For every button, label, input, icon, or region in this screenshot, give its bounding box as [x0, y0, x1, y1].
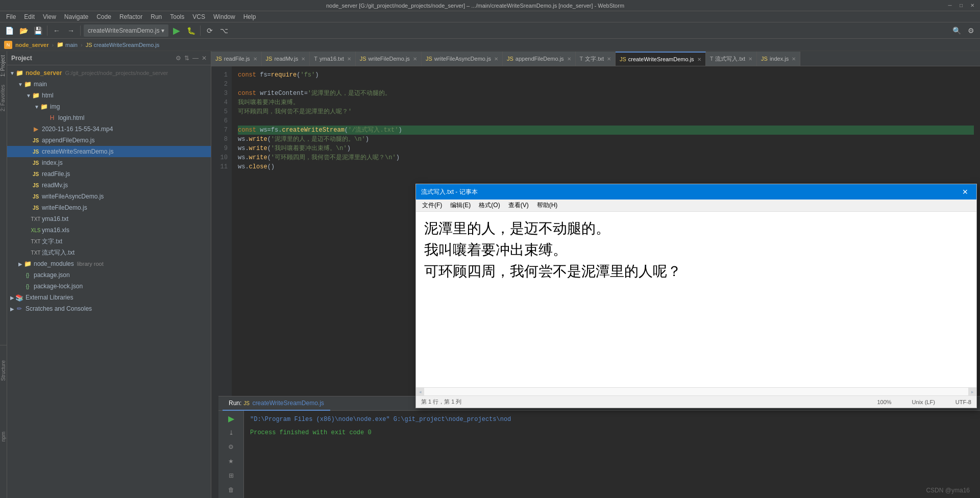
- settings-button[interactable]: ⚙: [965, 24, 977, 37]
- scroll-left-button[interactable]: ◂: [416, 388, 424, 396]
- tree-item-external-libs[interactable]: ▶ 📚 External Libraries: [7, 292, 211, 303]
- tree-item-html[interactable]: ▼ 📁 html: [7, 90, 211, 101]
- menu-refactor[interactable]: Refactor: [115, 12, 146, 21]
- np-menu-format[interactable]: 格式(O): [476, 200, 503, 211]
- back-button[interactable]: ←: [51, 24, 63, 37]
- tree-item-video[interactable]: ▶ ▶ 2020-11-16 15-55-34.mp4: [7, 123, 211, 135]
- run-tab[interactable]: Run: JS createWriteSreamDemo.js: [223, 396, 330, 411]
- tab-close[interactable]: ✕: [792, 56, 796, 62]
- path-file: JS createWriteSreamDemo.js: [86, 42, 160, 48]
- np-menu-file[interactable]: 文件(F): [419, 200, 445, 211]
- menu-help[interactable]: Help: [239, 12, 260, 21]
- tree-item-packagelock[interactable]: ▶ {} package-lock.json: [7, 281, 211, 292]
- run-config-selector[interactable]: createWriteSreamDemo.js ▾: [84, 24, 168, 37]
- run-star-button[interactable]: ★: [226, 456, 237, 467]
- tab-wenzi[interactable]: T 文字.txt ✕: [576, 52, 616, 66]
- project-panel-tab[interactable]: 1: Project: [0, 51, 7, 81]
- menu-file[interactable]: File: [2, 12, 20, 21]
- run-settings-button[interactable]: ⚙: [226, 441, 237, 453]
- tab-liushi[interactable]: T 流式写入.txt ✕: [706, 52, 757, 66]
- run-scroll-button[interactable]: ⤓: [226, 427, 237, 438]
- notepad-hscrollbar[interactable]: ◂ ▸: [416, 387, 976, 395]
- tab-appendfiledemo[interactable]: JS appendFileDemo.js ✕: [503, 52, 576, 66]
- run-layout-button[interactable]: ⊞: [226, 470, 237, 481]
- tab-close[interactable]: ✕: [253, 56, 257, 62]
- np-menu-edit[interactable]: 编辑(E): [447, 200, 474, 211]
- close-button[interactable]: ✕: [969, 2, 976, 9]
- tab-icon: JS: [215, 56, 222, 62]
- tree-label: index.js: [42, 159, 63, 166]
- menu-run[interactable]: Run: [146, 12, 166, 21]
- tree-item-index[interactable]: ▶ JS index.js: [7, 157, 211, 168]
- menu-vcs[interactable]: VCS: [188, 12, 209, 21]
- tree-item-readfile[interactable]: ▶ JS readFile.js: [7, 168, 211, 180]
- tree-item-createwritestream[interactable]: ▶ JS createWriteSreamDemo.js: [7, 146, 211, 157]
- js-file-icon: JS: [32, 147, 40, 156]
- tab-readmv[interactable]: JS readMv.js ✕: [262, 52, 310, 66]
- debug-button[interactable]: 🐛: [185, 24, 197, 37]
- menu-edit[interactable]: Edit: [20, 12, 39, 21]
- tab-yma16[interactable]: T yma16.txt ✕: [310, 52, 355, 66]
- tab-close[interactable]: ✕: [697, 57, 701, 62]
- run-play-button[interactable]: ▶: [226, 413, 237, 424]
- tree-item-img[interactable]: ▼ 📁 img: [7, 101, 211, 112]
- new-file-button[interactable]: 📄: [3, 24, 15, 37]
- run-button[interactable]: ▶: [170, 24, 183, 37]
- menu-view[interactable]: View: [39, 12, 60, 21]
- git-button[interactable]: ⌥: [218, 24, 230, 37]
- menu-window[interactable]: Window: [209, 12, 239, 21]
- search-everywhere-button[interactable]: 🔍: [950, 24, 963, 37]
- tab-createwritestream[interactable]: JS createWriteSreamDemo.js ✕: [616, 52, 706, 66]
- np-menu-help[interactable]: 帮助(H): [534, 200, 561, 211]
- notepad-content[interactable]: 泥潭里的人，是迈不动腿的。 我叫嚷着要冲出束缚。 可环顾四周，我何尝不是泥潭里的…: [416, 212, 976, 387]
- favorites-panel-tab[interactable]: 2: Favorites: [0, 81, 7, 115]
- run-trash-button[interactable]: 🗑: [226, 484, 237, 495]
- project-collapse-icon[interactable]: —: [192, 55, 199, 62]
- project-settings-icon[interactable]: ⚙: [176, 55, 181, 62]
- tab-close[interactable]: ✕: [607, 56, 611, 62]
- project-close-icon[interactable]: ✕: [202, 55, 207, 62]
- vcs-button[interactable]: ⟳: [204, 24, 216, 37]
- menu-code[interactable]: Code: [92, 12, 115, 21]
- tab-close[interactable]: ✕: [301, 56, 305, 62]
- tree-item-main[interactable]: ▼ 📁 main: [7, 79, 211, 90]
- tree-item-login-html[interactable]: ▶ H login.html: [7, 112, 211, 123]
- tree-label: html: [42, 92, 54, 99]
- tab-close[interactable]: ✕: [347, 56, 351, 62]
- tree-item-node-modules[interactable]: ▶ 📁 node_modules library root: [7, 258, 211, 269]
- tab-readfile[interactable]: JS readFile.js ✕: [211, 52, 262, 66]
- tree-item-readmv[interactable]: ▶ JS readMv.js: [7, 180, 211, 191]
- txt-file-icon: TXT: [32, 248, 40, 257]
- notepad-close-button[interactable]: ✕: [959, 187, 971, 197]
- tab-writefileasync[interactable]: JS writeFileAsyncDemo.js ✕: [422, 52, 503, 66]
- tree-item-scratches[interactable]: ▶ ✏ Scratches and Consoles: [7, 303, 211, 314]
- tab-close[interactable]: ✕: [494, 56, 498, 62]
- npm-panel-tab[interactable]: npm: [0, 427, 7, 447]
- structure-panel-tab[interactable]: Structure: [0, 345, 7, 396]
- tree-item-liushi[interactable]: ▶ TXT 流式写入.txt: [7, 247, 211, 258]
- tree-item-node-server[interactable]: ▼ 📁 node_server G:/git_project/node_proj…: [7, 67, 211, 79]
- maximize-button[interactable]: □: [958, 2, 965, 9]
- line-num: 5: [211, 107, 232, 116]
- menu-navigate[interactable]: Navigate: [60, 12, 92, 21]
- tree-item-packagejson[interactable]: ▶ {} package.json: [7, 269, 211, 281]
- tab-close[interactable]: ✕: [413, 56, 417, 62]
- tab-close[interactable]: ✕: [567, 56, 571, 62]
- tab-writefiledemo[interactable]: JS writeFileDemo.js ✕: [356, 52, 422, 66]
- tab-index[interactable]: JS index.js ✕: [757, 52, 800, 66]
- tree-item-writefiledemo[interactable]: ▶ JS writeFileDemo.js: [7, 202, 211, 213]
- tree-item-appendfiledemo[interactable]: ▶ JS appendFileDemo.js: [7, 135, 211, 146]
- tree-item-yma16txt[interactable]: ▶ TXT yma16.txt: [7, 213, 211, 225]
- menu-tools[interactable]: Tools: [166, 12, 188, 21]
- forward-button[interactable]: →: [65, 24, 77, 37]
- tree-item-yma16xls[interactable]: ▶ XLS yma16.xls: [7, 225, 211, 236]
- save-button[interactable]: 💾: [32, 24, 44, 37]
- np-menu-view[interactable]: 查看(V): [505, 200, 532, 211]
- tree-item-wenzi[interactable]: ▶ TXT 文字.txt: [7, 236, 211, 247]
- open-button[interactable]: 📂: [17, 24, 30, 37]
- scroll-right-button[interactable]: ▸: [968, 388, 976, 396]
- minimize-button[interactable]: ─: [946, 2, 953, 9]
- tree-item-writefileasync[interactable]: ▶ JS writeFileAsyncDemo.js: [7, 191, 211, 202]
- project-sort-icon[interactable]: ⇅: [184, 55, 189, 62]
- tab-close[interactable]: ✕: [748, 56, 752, 62]
